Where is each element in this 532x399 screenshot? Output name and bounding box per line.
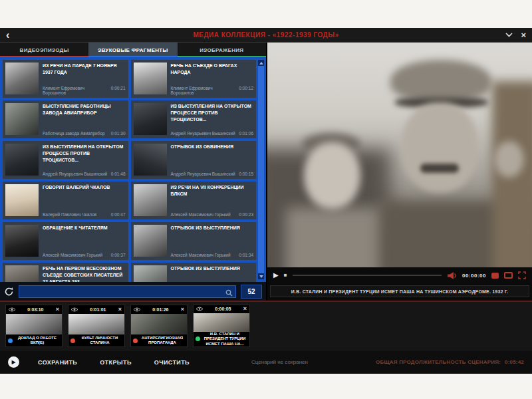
media-list-item[interactable]: ИЗ РЕЧИ НА ПАРАДЕ 7 НОЯБРЯ 1937 ГОДА Кли… — [3, 60, 128, 98]
media-thumbnail — [134, 144, 167, 176]
preview-eye-icon[interactable] — [196, 307, 203, 311]
media-list-item[interactable]: ИЗ ВЫСТУПЛЕНИЯ НА ОТКРЫТОМ ПРОЦЕССЕ ПРОТ… — [131, 100, 257, 138]
timeline-clip[interactable]: 0:00:05 × И.В. СТАЛИН И ПРЕЗИДЕНТ ТУРЦИИ… — [193, 305, 250, 347]
list-scrollbar[interactable] — [258, 60, 264, 279]
media-list-item[interactable]: РЕЧЬ НА ПЕРВОМ ВСЕСОЮЗНОМ СЪЕЗДЕ СОВЕТСК… — [3, 263, 128, 282]
media-thumbnail — [134, 184, 167, 216]
media-list-item[interactable]: ГОВОРИТ ВАЛЕРИЙ ЧКАЛОВ Валерий Павлович … — [3, 182, 128, 219]
media-list-item[interactable]: ОБРАЩЕНИЕ К ЧИТАТЕЛЯМ Алексей Максимович… — [3, 222, 128, 260]
media-duration: 0:00:15 — [239, 172, 253, 176]
media-title: ИЗ ВЫСТУПЛЕНИЯ НА ОТКРЫТОМ ПРОЦЕССЕ ПРОТ… — [43, 144, 126, 163]
media-list-item[interactable]: ВЫСТУПЛЕНИЕ РАБОТНИЦЫ ЗАВОДА АВИАПРИБОР … — [3, 100, 128, 138]
scenario-play-button[interactable]: ▶ — [8, 356, 19, 368]
frame-capture-icon[interactable] — [491, 273, 499, 279]
media-title: ГОВОРИТ ВАЛЕРИЙ ЧКАЛОВ — [43, 184, 126, 191]
media-duration: 0:00:37 — [111, 253, 126, 257]
media-title: ВЫСТУПЛЕНИЕ РАБОТНИЦЫ ЗАВОДА АВИАПРИБОР — [43, 103, 126, 116]
player-viewport-photo[interactable] — [267, 43, 532, 267]
player-time: 00:00:00 — [462, 273, 486, 279]
media-duration: 0:00:23 — [239, 212, 253, 217]
result-count-badge: 52 — [241, 285, 262, 299]
clear-button[interactable]: ОЧИСТИТЬ — [150, 358, 194, 366]
media-title: ОТРЫВОК ИЗ ОБВИНЕНИЯ — [171, 144, 254, 150]
open-button[interactable]: ОТКРЫТЬ — [96, 358, 136, 366]
media-list-item[interactable]: ИЗ ВЫСТУПЛЕНИЯ НА ОТКРЫТОМ ПРОЦЕССЕ ПРОТ… — [3, 141, 128, 179]
preview-eye-icon[interactable] — [134, 307, 140, 312]
close-icon[interactable]: × — [521, 31, 526, 39]
refresh-icon[interactable] — [4, 287, 14, 297]
clip-remove-icon[interactable]: × — [181, 307, 184, 313]
media-duration: 0:00:21 — [111, 86, 126, 95]
media-title: РЕЧЬ НА ПЕРВОМ ВСЕСОЮЗНОМ СЪЕЗДЕ СОВЕТСК… — [43, 265, 126, 282]
scroll-up-icon[interactable] — [258, 60, 264, 66]
media-list-item[interactable]: ОТРЫВОК ИЗ ОБВИНЕНИЯ Андрей Януарьевич В… — [131, 141, 257, 179]
media-title: ИЗ РЕЧИ НА ПАРАДЕ 7 НОЯБРЯ 1937 ГОДА — [43, 63, 126, 76]
screen-mode-icon[interactable] — [504, 272, 513, 279]
clip-type-dot — [196, 336, 200, 341]
media-title: ИЗ ВЫСТУПЛЕНИЯ НА ОТКРЫТОМ ПРОЦЕССЕ ПРОТ… — [171, 103, 254, 122]
scroll-down-icon[interactable] — [258, 273, 264, 279]
media-title: ОТРЫВОК ИЗ ВЫСТУПЛЕНИЯ — [171, 265, 254, 272]
tab-video-episodes[interactable]: ВИДЕОЭПИЗОДЫ — [0, 43, 88, 57]
media-thumbnail — [5, 265, 39, 282]
media-author: Работница завода Авиаприбор — [43, 131, 105, 136]
stop-icon[interactable]: ■ — [284, 273, 287, 278]
search-icon[interactable] — [225, 287, 233, 299]
clip-title: АНТИРЕЛИГИОЗНАЯ ПРОПАГАНДА — [140, 336, 185, 346]
media-thumbnail — [134, 63, 167, 94]
media-tabs: ВИДЕОЭПИЗОДЫ ЗВУКОВЫЕ ФРАГМЕНТЫ ИЗОБРАЖЕ… — [0, 43, 266, 57]
clip-duration: 0:01:01 — [80, 307, 116, 312]
clip-remove-icon[interactable]: × — [118, 307, 122, 313]
clip-duration: 0:00:05 — [205, 307, 241, 311]
tab-label: ИЗОБРАЖЕНИЯ — [200, 47, 243, 53]
clip-thumbnail — [6, 314, 62, 334]
media-author: Андрей Януарьевич Вышинский — [171, 172, 235, 176]
clip-remove-icon[interactable]: × — [56, 307, 59, 313]
search-input[interactable] — [19, 285, 236, 298]
media-list-item[interactable]: РЕЧЬ НА СЪЕЗДЕ О ВРАГАХ НАРОДА Климент Е… — [131, 60, 257, 98]
timeline-clip[interactable]: 0:01:26 × АНТИРЕЛИГИОЗНАЯ ПРОПАГАНДА — [130, 305, 188, 347]
clip-type-dot — [70, 338, 75, 343]
fullscreen-icon[interactable] — [518, 271, 526, 279]
chevron-down-icon[interactable] — [505, 33, 513, 37]
play-icon[interactable]: ▶ — [273, 272, 279, 279]
volume-icon[interactable] — [447, 272, 457, 279]
scenario-status: Сценарий не сохранен — [251, 359, 308, 365]
media-author: Климент Ефремович Ворошилов — [171, 86, 237, 95]
media-list-item[interactable]: ОТРЫВОК ИЗ ВЫСТУПЛЕНИЯ Алексей Максимови… — [131, 222, 257, 260]
media-thumbnail — [5, 103, 39, 135]
media-thumbnail — [134, 103, 167, 135]
media-list-item[interactable]: ИЗ РЕЧИ НА VII КОНФЕРЕНЦИИ ВЛКСМ Алексей… — [131, 182, 257, 219]
timeline-clip[interactable]: 0:01:01 × КУЛЬТ ЛИЧНОСТИ СТАЛИНА — [68, 305, 125, 347]
media-thumbnail — [5, 184, 39, 216]
media-duration: 0:01:30 — [111, 131, 126, 136]
player-controls: ▶ ■ 00:00:00 — [267, 267, 532, 283]
media-list-item[interactable]: ОТРЫВОК ИЗ ВЫСТУПЛЕНИЯ — [131, 263, 257, 282]
media-title: ОТРЫВОК ИЗ ВЫСТУПЛЕНИЯ — [171, 225, 254, 231]
tab-audio-fragments[interactable]: ЗВУКОВЫЕ ФРАГМЕНТЫ — [88, 43, 177, 57]
media-collection-window: ‹ МЕДИА КОЛЛЕКЦИЯ - «1922-1939 ГОДЫ» × В… — [0, 28, 532, 374]
title-bar: ‹ МЕДИА КОЛЛЕКЦИЯ - «1922-1939 ГОДЫ» × — [0, 28, 532, 43]
save-button[interactable]: СОХРАНИТЬ — [34, 358, 81, 366]
media-list: ИЗ РЕЧИ НА ПАРАДЕ 7 НОЯБРЯ 1937 ГОДА Кли… — [0, 57, 266, 282]
media-author: Климент Ефремович Ворошилов — [43, 86, 108, 95]
media-thumbnail — [134, 225, 167, 257]
preview-eye-icon[interactable] — [9, 307, 15, 312]
media-author: Алексей Максимович Горький — [43, 253, 102, 257]
scenario-timeline: 0:03:10 × ДОКЛАД О РАБОТЕ ВКП(Б) 0:01:01… — [0, 302, 532, 350]
media-title: ОБРАЩЕНИЕ К ЧИТАТЕЛЯМ — [43, 225, 126, 231]
timeline-clip[interactable]: 0:03:10 × ДОКЛАД О РАБОТЕ ВКП(Б) — [5, 305, 63, 347]
scrollbar-thumb[interactable] — [258, 66, 264, 273]
media-duration: 0:01:06 — [239, 131, 253, 136]
preview-eye-icon[interactable] — [71, 307, 78, 312]
player-caption: И.В. СТАЛИН И ПРЕЗИДЕНТ ТУРЦИИ ИСМЕТ ПАШ… — [270, 285, 529, 297]
media-duration: 0:00:47 — [111, 212, 126, 217]
tab-images[interactable]: ИЗОБРАЖЕНИЯ — [178, 43, 266, 57]
clip-remove-icon[interactable]: × — [243, 306, 247, 312]
media-player-panel: ▶ ■ 00:00:00 И.В. СТАЛИН — [266, 43, 532, 301]
seek-bar[interactable] — [293, 275, 442, 276]
media-title: РЕЧЬ НА СЪЕЗДЕ О ВРАГАХ НАРОДА — [171, 63, 254, 76]
media-thumbnail — [5, 144, 39, 176]
clip-title: КУЛЬТ ЛИЧНОСТИ СТАЛИНА — [77, 336, 122, 346]
back-icon[interactable]: ‹ — [6, 31, 9, 40]
